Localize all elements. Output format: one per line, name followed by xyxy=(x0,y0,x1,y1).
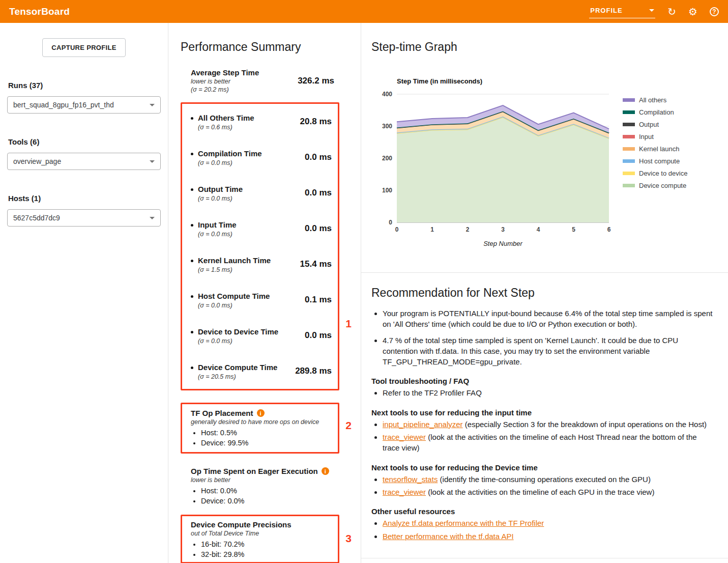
bullet-dot xyxy=(191,295,193,298)
resource-link[interactable]: Analyze tf.data performance with the TF … xyxy=(383,519,544,527)
resource-link[interactable]: Better performance with the tf.data API xyxy=(383,532,514,541)
legend-swatch xyxy=(623,147,635,151)
legend-item-device-to-device: Device to device xyxy=(623,170,687,177)
legend-item-input: Input xyxy=(623,133,687,140)
list-item: trace_viewer (look at the activities on … xyxy=(383,432,715,454)
legend-item-device-compute: Device compute xyxy=(623,182,687,189)
runs-label: Runs (37) xyxy=(8,81,161,90)
list-item: Device: 99.5% xyxy=(201,438,332,447)
performance-summary-title: Performance Summary xyxy=(181,40,361,54)
list-item: 16-bit: 70.2% xyxy=(201,540,332,549)
metric-label: Kernel Launch Time xyxy=(198,256,271,265)
block-title-text: Device Compute Precisions xyxy=(191,520,292,529)
runs-select-value: bert_squad_8gpu_fp16_pvt_thd xyxy=(13,101,114,109)
metric-row: Host Compute Time (σ = 0.0 ms) 0.1 ms xyxy=(182,282,338,318)
metric-value: 20.8 ms xyxy=(300,117,332,127)
list-item: Host: 0.0% xyxy=(201,486,339,495)
chevron-down-icon xyxy=(150,160,155,163)
capture-profile-button[interactable]: CAPTURE PROFILE xyxy=(42,38,125,57)
list-item: trace_viewer (look at the activities on … xyxy=(383,487,715,497)
list-item: 32-bit: 29.8% xyxy=(201,550,332,559)
svg-text:300: 300 xyxy=(382,123,392,130)
bullet-dot xyxy=(191,260,193,262)
tools-select[interactable]: overview_page xyxy=(7,153,161,170)
tools-label: Tools (6) xyxy=(8,137,161,146)
annotation-box-2: 2 TF Op Placement i generally desired to… xyxy=(181,403,339,454)
help-icon[interactable]: ? xyxy=(710,7,719,16)
reload-icon[interactable]: ↻ xyxy=(667,7,676,17)
chart-wrap: 01002003004000123456Step Number All othe… xyxy=(371,89,718,250)
annotation-number: 2 xyxy=(345,419,352,432)
list-item: Device: 0.0% xyxy=(201,496,339,505)
tool-link[interactable]: trace_viewer xyxy=(383,433,426,441)
legend-swatch xyxy=(623,172,635,175)
header-actions: PROFILE ↻ ⚙ ? xyxy=(589,5,719,18)
metric-label: Compilation Time xyxy=(198,149,262,158)
gear-icon[interactable]: ⚙ xyxy=(688,7,697,17)
info-icon[interactable]: i xyxy=(322,467,329,475)
tool-link[interactable]: tensorflow_stats xyxy=(383,475,438,484)
dashboard-selector[interactable]: PROFILE xyxy=(589,5,655,18)
legend-item-kernel-launch: Kernel launch xyxy=(623,145,687,153)
svg-text:400: 400 xyxy=(382,91,392,98)
metric-row: Input Time (σ = 0.0 ms) 0.0 ms xyxy=(182,211,338,246)
metric-label: Host Compute Time xyxy=(198,291,270,301)
section-list: input_pipeline_analyzer (especially Sect… xyxy=(371,419,715,454)
section-list: Analyze tf.data performance with the TF … xyxy=(371,518,715,542)
legend-item-output: Output xyxy=(623,121,687,128)
metric-label: All Others Time xyxy=(198,113,254,123)
block-subtitle: out of Total Device Time xyxy=(191,530,332,537)
tf-op-placement-list: Host: 0.5% Device: 99.5% xyxy=(191,428,332,447)
svg-text:4: 4 xyxy=(537,226,540,233)
metric-row: Compilation Time (σ = 0.0 ms) 0.0 ms xyxy=(182,139,338,175)
metric-sigma: (σ = 0.0 ms) xyxy=(198,159,262,166)
legend-item-compilation: Compilation xyxy=(623,108,687,116)
hosts-select-value: 5627c5dd7dc9 xyxy=(13,214,60,222)
section-heading: Next tools to use for reducing the input… xyxy=(371,408,715,417)
legend-label: Host compute xyxy=(639,157,680,165)
bullet-dot xyxy=(191,117,193,120)
bullet-dot xyxy=(191,331,193,333)
runs-select[interactable]: bert_squad_8gpu_fp16_pvt_thd xyxy=(7,96,161,114)
list-item-text: (look at the activities on the timeline … xyxy=(426,488,654,496)
metric-label: Average Step Time xyxy=(191,68,259,77)
chevron-down-icon xyxy=(649,9,654,12)
annotation-number: 1 xyxy=(345,318,352,330)
metric-sigma: (σ = 0.6 ms) xyxy=(198,124,254,131)
step-time-graph-panel: Step-time Graph Step Time (in millisecon… xyxy=(361,23,728,273)
list-item-text: (look at the activities on the timeline … xyxy=(383,433,697,452)
annotation-box-1: 1 All Others Time (σ = 0.6 ms) 20.8 ms C… xyxy=(181,102,339,390)
section-list: tensorflow_stats (identify the time-cons… xyxy=(371,474,715,498)
metric-label: Input Time xyxy=(198,220,237,230)
block-subtitle: lower is better xyxy=(191,476,339,484)
section-heading: Next tools to use for reducing the Devic… xyxy=(371,463,715,472)
svg-text:Step Number: Step Number xyxy=(483,240,522,247)
metric-label: Device to Device Time xyxy=(198,327,278,336)
section-heading: Tool troubleshooting / FAQ xyxy=(371,377,715,385)
hosts-select[interactable]: 5627c5dd7dc9 xyxy=(7,209,161,227)
legend-swatch xyxy=(623,98,635,102)
bullet-dot xyxy=(191,153,193,155)
device-precisions-title: Device Compute Precisions xyxy=(191,520,332,529)
metric-sigma: (σ = 1.5 ms) xyxy=(198,266,271,273)
legend-label: Input xyxy=(639,133,654,140)
metric-row: Device to Device Time (σ = 0.0 ms) 0.0 m… xyxy=(182,318,338,353)
legend-swatch xyxy=(623,159,635,163)
tool-link[interactable]: input_pipeline_analyzer xyxy=(383,420,463,429)
svg-text:6: 6 xyxy=(607,226,611,233)
performance-summary-panel: Performance Summary Average Step Time lo… xyxy=(168,23,361,563)
metric-sigma: (σ = 0.0 ms) xyxy=(198,337,278,345)
info-icon[interactable]: i xyxy=(257,409,265,417)
tool-link[interactable]: trace_viewer xyxy=(383,488,426,496)
block-title-text: Op Time Spent on Eager Execution xyxy=(191,467,318,475)
hosts-label: Hosts (1) xyxy=(8,194,161,203)
metric-value: 289.8 ms xyxy=(295,366,332,376)
app-title: TensorBoard xyxy=(9,6,70,17)
legend-label: Kernel launch xyxy=(639,145,680,153)
legend-label: All others xyxy=(639,96,666,104)
recommendation-bullet: 4.7 % of the total step time sampled is … xyxy=(383,335,715,368)
list-item: Host: 0.5% xyxy=(201,428,332,437)
tf-op-placement-title: TF Op Placement i xyxy=(191,409,332,417)
metric-value: 15.4 ms xyxy=(300,259,332,269)
chevron-down-icon xyxy=(150,104,155,106)
